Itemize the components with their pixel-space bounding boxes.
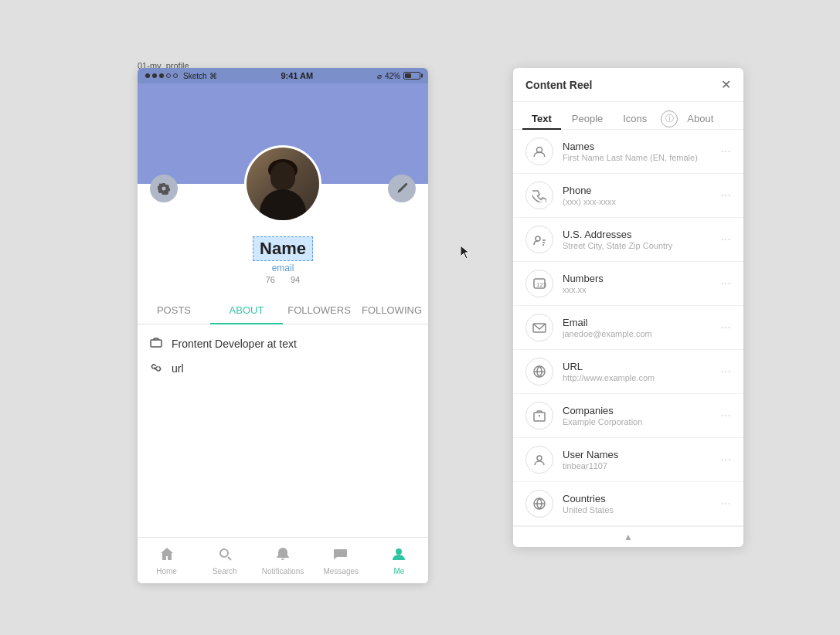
nav-notifications-label: Notifications	[262, 567, 304, 576]
url-more-button[interactable]: ···	[721, 365, 731, 379]
name-selection-box: Name	[253, 236, 313, 261]
battery-icon	[403, 72, 420, 80]
bluetooth-icon: ⌀	[377, 72, 382, 80]
names-more-button[interactable]: ···	[721, 144, 731, 158]
reel-tab-icons[interactable]: Icons	[614, 108, 656, 129]
signal-dot-3	[159, 73, 164, 78]
reel-title: Content Reel	[525, 79, 592, 91]
countries-title: Countries	[563, 493, 721, 504]
avatar-image	[247, 148, 319, 220]
scroll-up-icon[interactable]: ▲	[624, 531, 633, 542]
phone-subtitle: (xxx) xxx-xxxx	[563, 197, 721, 206]
status-bar: Sketch ⌘ 9:41 AM ⌀ 42%	[138, 68, 428, 83]
reel-item-countries[interactable]: Countries United States ···	[513, 482, 743, 526]
names-subtitle: First Name Last Name (EN, female)	[563, 153, 721, 162]
reel-item-phone[interactable]: Phone (xxx) xxx-xxxx ···	[513, 174, 743, 218]
reel-tab-about[interactable]: About	[678, 108, 723, 129]
url-title: URL	[563, 361, 721, 372]
phone-more-button[interactable]: ···	[721, 188, 731, 202]
svg-rect-0	[151, 340, 162, 347]
carrier-label: Sketch	[183, 72, 207, 80]
numbers-more-button[interactable]: ···	[721, 277, 731, 290]
svg-point-3	[396, 548, 402, 555]
job-text: Frontent Developer at text	[172, 338, 297, 350]
signal-dot-5	[173, 73, 178, 78]
mouse-cursor	[461, 246, 470, 260]
tab-followers[interactable]: FOLLOWERS	[283, 297, 355, 324]
numbers-content: Numbers xxx.xx	[563, 273, 721, 294]
edit-button[interactable]	[388, 175, 416, 202]
svg-point-13	[537, 456, 542, 460]
briefcase-icon	[150, 337, 164, 351]
email-subtitle: janedoe@example.com	[563, 329, 721, 338]
profile-info: Name email 76 94	[138, 230, 428, 290]
names-icon	[525, 138, 553, 165]
messages-icon	[333, 546, 349, 565]
email-more-button[interactable]: ···	[721, 321, 731, 334]
phone-icon	[525, 182, 553, 209]
countries-more-button[interactable]: ···	[721, 497, 731, 511]
companies-more-button[interactable]: ···	[721, 409, 731, 423]
wifi-icon: ⌘	[209, 72, 217, 80]
avatar[interactable]	[244, 145, 321, 222]
reel-item-url[interactable]: URL http://www.example.com ···	[513, 350, 743, 394]
reel-tab-text[interactable]: Text	[522, 108, 561, 129]
nav-messages[interactable]: Messages	[312, 538, 370, 583]
nav-notifications[interactable]: Notifications	[253, 538, 311, 583]
usernames-icon	[525, 446, 553, 474]
addresses-more-button[interactable]: ···	[721, 233, 731, 246]
numbers-title: Numbers	[563, 273, 721, 284]
profile-email[interactable]: email	[144, 263, 422, 273]
names-content: Names First Name Last Name (EN, female)	[563, 141, 721, 162]
usernames-subtitle: tinbear1107	[563, 461, 721, 470]
svg-line-2	[228, 557, 231, 560]
avatar-body	[260, 189, 306, 220]
nav-me[interactable]: Me	[370, 538, 428, 583]
phone-title: Phone	[563, 185, 721, 196]
reel-item-usernames[interactable]: User Names tinbear1107 ···	[513, 438, 743, 482]
svg-marker-16	[461, 246, 469, 259]
svg-point-1	[220, 549, 228, 557]
usernames-more-button[interactable]: ···	[721, 453, 731, 467]
profile-tabs: POSTS ABOUT FOLLOWERS FOLLOWING	[138, 297, 428, 324]
reel-item-addresses[interactable]: U.S. Addresses Street City, State Zip Co…	[513, 218, 743, 262]
close-button[interactable]: ✕	[721, 77, 731, 92]
addresses-subtitle: Street City, State Zip Country	[563, 241, 721, 250]
url-icon	[525, 358, 553, 385]
reel-item-names[interactable]: Names First Name Last Name (EN, female) …	[513, 130, 743, 174]
settings-button[interactable]	[150, 175, 178, 202]
tab-about[interactable]: ABOUT	[210, 297, 283, 324]
companies-icon	[525, 402, 553, 430]
profile-stats: 76 94	[144, 275, 422, 284]
reel-tab-info[interactable]: ⓘ	[661, 110, 678, 127]
reel-tab-people[interactable]: People	[563, 108, 612, 129]
reel-item-companies[interactable]: Companies Example Corporation ···	[513, 394, 743, 438]
about-job: Frontent Developer at text	[150, 337, 416, 351]
avatar-silhouette	[256, 162, 310, 220]
url-subtitle: http://www.example.com	[563, 373, 721, 382]
content-reel-panel: Content Reel ✕ Text People Icons ⓘ About…	[513, 68, 743, 547]
about-url: url	[150, 362, 416, 375]
tab-posts[interactable]: POSTS	[138, 297, 210, 324]
reel-item-numbers[interactable]: 123 Numbers xxx.xx ···	[513, 262, 743, 306]
tab-following[interactable]: FOLLOWING	[355, 297, 428, 324]
countries-content: Countries United States	[563, 493, 721, 514]
bell-icon	[275, 546, 291, 565]
nav-search-label: Search	[213, 567, 237, 576]
companies-subtitle: Example Corporation	[563, 417, 721, 426]
nav-search[interactable]: Search	[196, 538, 253, 583]
addresses-icon	[525, 226, 553, 253]
profile-name[interactable]: Name	[253, 236, 313, 261]
svg-point-5	[536, 236, 540, 241]
phone-content: Phone (xxx) xxx-xxxx	[563, 185, 721, 206]
search-icon	[217, 546, 233, 565]
usernames-content: User Names tinbear1107	[563, 449, 721, 470]
nav-home[interactable]: Home	[138, 538, 196, 583]
nav-home-label: Home	[156, 567, 177, 576]
me-icon	[391, 546, 406, 565]
reel-item-email[interactable]: Email janedoe@example.com ···	[513, 306, 743, 350]
avatar-head	[270, 162, 295, 190]
url-text[interactable]: url	[172, 362, 184, 375]
reel-footer: ▲	[513, 526, 743, 547]
numbers-icon: 123	[525, 270, 553, 297]
